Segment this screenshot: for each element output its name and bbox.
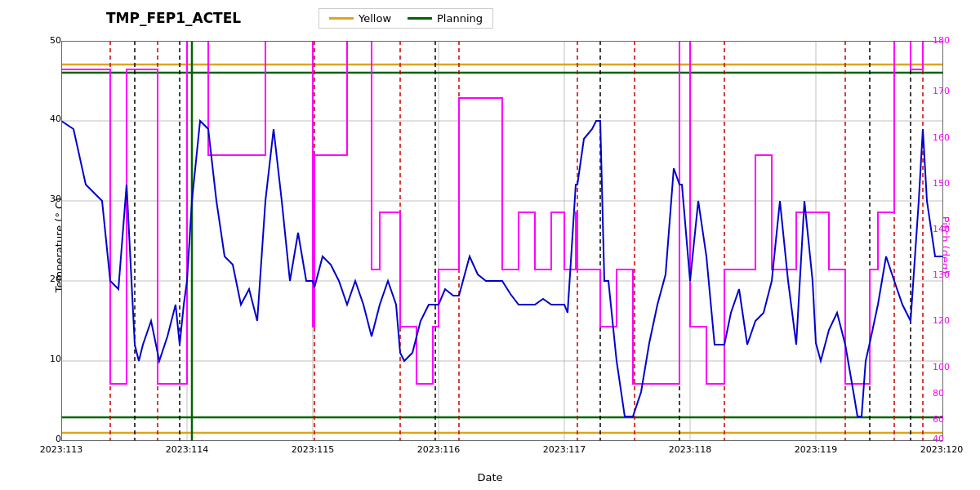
xtick-2023-117: 2023:117 xyxy=(543,444,586,455)
legend: Yellow Planning xyxy=(318,8,493,29)
legend-planning: Planning xyxy=(408,12,483,24)
ytick-20: 20 xyxy=(50,274,61,284)
chart-title: TMP_FEP1_ACTEL xyxy=(106,10,241,26)
ytick-right-140: 140 xyxy=(933,224,950,234)
xtick-2023-114: 2023:114 xyxy=(166,444,209,455)
xtick-2023-119: 2023:119 xyxy=(795,444,838,455)
ytick-50: 50 xyxy=(50,35,61,46)
ytick-right-170: 170 xyxy=(933,86,950,96)
xtick-2023-115: 2023:115 xyxy=(292,444,335,455)
ytick-right-130: 130 xyxy=(933,270,950,280)
ytick-right-150: 150 xyxy=(933,178,950,189)
ytick-right-80: 80 xyxy=(933,388,944,399)
ytick-right-100: 100 xyxy=(933,362,950,372)
legend-yellow: Yellow xyxy=(329,12,391,24)
main-chart xyxy=(61,41,943,441)
xtick-2023-113: 2023:113 xyxy=(40,444,83,455)
ytick-right-180: 180 xyxy=(933,35,950,46)
yellow-legend-label: Yellow xyxy=(359,12,391,24)
ytick-right-120: 120 xyxy=(933,315,950,326)
planning-legend-label: Planning xyxy=(437,12,483,24)
x-axis-label: Date xyxy=(477,471,502,483)
xtick-2023-120: 2023:120 xyxy=(920,444,964,455)
ytick-0: 0 xyxy=(56,434,61,444)
ytick-40: 40 xyxy=(50,114,61,124)
ytick-right-40: 40 xyxy=(933,434,944,444)
ytick-10: 10 xyxy=(50,354,61,364)
ytick-right-60: 60 xyxy=(933,414,944,425)
ytick-right-160: 160 xyxy=(933,132,950,143)
chart-container: TMP_FEP1_ACTEL Yellow Planning Temperatu… xyxy=(0,0,980,490)
y-axis-right-ticks: 180 170 160 150 140 130 120 100 80 60 40 xyxy=(933,41,957,441)
xtick-2023-116: 2023:116 xyxy=(417,444,461,455)
xtick-2023-118: 2023:118 xyxy=(669,444,712,455)
planning-legend-line xyxy=(408,17,432,20)
y-axis-left-ticks: 50 40 30 20 10 0 xyxy=(45,41,61,441)
ytick-30: 30 xyxy=(50,194,61,204)
yellow-legend-line xyxy=(329,17,354,20)
